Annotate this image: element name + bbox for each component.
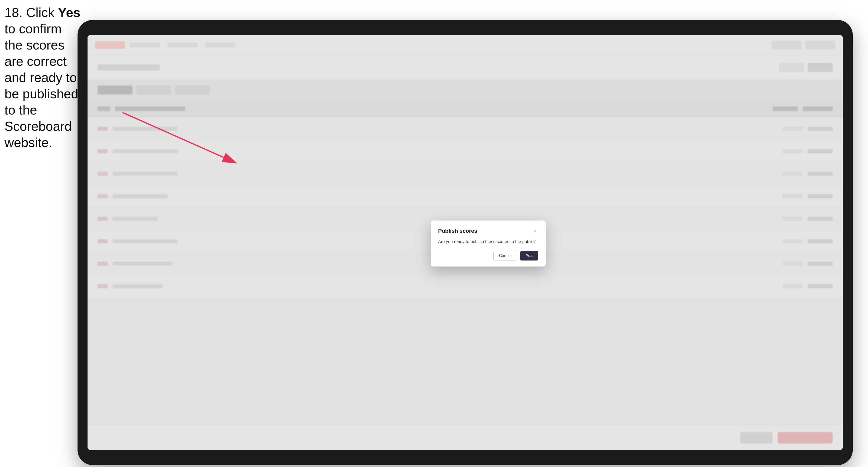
cancel-button[interactable]: Cancel bbox=[493, 251, 518, 260]
step-number: 18. bbox=[4, 5, 23, 20]
yes-button[interactable]: Yes bbox=[520, 251, 538, 260]
modal-header: Publish scores × bbox=[438, 227, 538, 235]
modal-footer: Cancel Yes bbox=[438, 251, 538, 260]
instruction-text-after: to confirm the scores are correct and re… bbox=[4, 22, 78, 150]
tablet-device: Publish scores × Are you ready to publis… bbox=[78, 20, 853, 465]
tablet-screen: Publish scores × Are you ready to publis… bbox=[88, 35, 843, 450]
modal-close-button[interactable]: × bbox=[531, 227, 538, 235]
modal-title: Publish scores bbox=[438, 228, 477, 234]
instruction-bold: Yes bbox=[58, 5, 81, 20]
modal-body-text: Are you ready to publish these scores to… bbox=[438, 239, 538, 245]
instruction-text: 18. Click Yes to confirm the scores are … bbox=[4, 4, 82, 151]
publish-scores-modal: Publish scores × Are you ready to publis… bbox=[431, 220, 546, 266]
instruction-text-before: Click bbox=[26, 5, 58, 20]
